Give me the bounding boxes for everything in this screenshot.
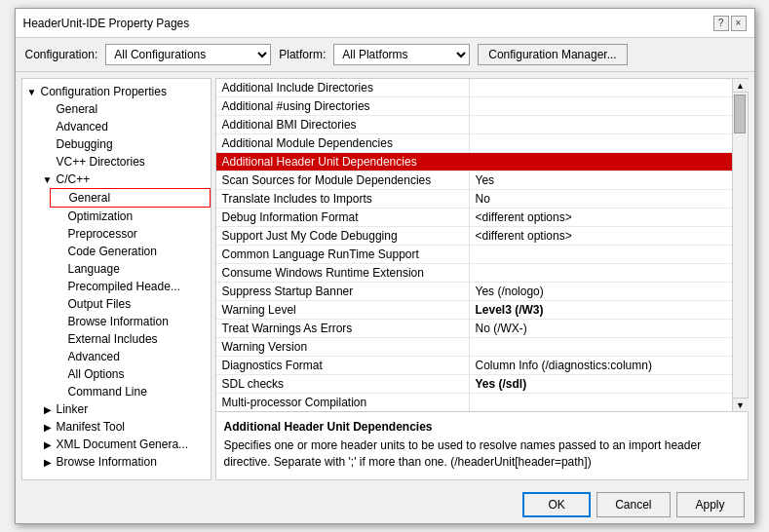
tree-label: Output Files xyxy=(68,297,132,311)
prop-row-include-dirs[interactable]: Additional Include Directories xyxy=(216,79,732,97)
tree-item-advanced-cpp[interactable]: Advanced xyxy=(22,348,211,365)
tree-label: Code Generation xyxy=(68,245,157,258)
tree-item-general-cpp[interactable]: General xyxy=(22,188,211,208)
prop-row-suppress-banner[interactable]: Suppress Startup Banner Yes (/nologo) xyxy=(216,283,732,301)
description-area: Additional Header Unit Dependencies Spec… xyxy=(215,412,749,480)
prop-row-warning-level[interactable]: Warning Level Level3 (/W3) xyxy=(216,301,732,320)
config-select[interactable]: All Configurations xyxy=(105,44,271,65)
footer: OK Cancel Apply xyxy=(16,486,754,523)
tree-item-manifest-tool[interactable]: ▶ Manifest Tool xyxy=(22,418,211,436)
title-bar-controls: ? × xyxy=(713,16,747,31)
tree-label: External Includes xyxy=(68,332,158,346)
tree-label: Browse Information xyxy=(57,455,157,469)
tree-item-output-files[interactable]: Output Files xyxy=(22,295,211,313)
help-button[interactable]: ? xyxy=(713,16,729,31)
tree-label: Linker xyxy=(57,402,89,416)
tree-label: C/C++ xyxy=(57,172,91,186)
tree-label: Advanced xyxy=(68,350,120,363)
tree-root: ▼ Configuration Properties General Advan… xyxy=(22,79,211,475)
platform-label: Platform: xyxy=(279,48,326,61)
title-bar: HeaderUnit-IDE Property Pages ? × xyxy=(16,9,754,38)
tree-label: General xyxy=(57,102,98,116)
tree-item-debugging[interactable]: Debugging xyxy=(22,135,211,153)
tree-item-cpp[interactable]: ▼ C/C++ xyxy=(22,171,211,188)
tree-item-preprocessor[interactable]: Preprocessor xyxy=(22,225,211,243)
ok-button[interactable]: OK xyxy=(522,492,591,517)
prop-row-warning-version[interactable]: Warning Version xyxy=(216,338,732,357)
description-title: Additional Header Unit Dependencies xyxy=(224,420,740,434)
close-button[interactable]: × xyxy=(731,16,747,31)
tree-label: XML Document Genera... xyxy=(57,437,189,451)
tree-item-language[interactable]: Language xyxy=(22,260,211,278)
prop-row-sdl-checks[interactable]: SDL checks Yes (/sdl) xyxy=(216,375,732,394)
description-text: Specifies one or more header units to be… xyxy=(224,437,740,471)
tree-label: General xyxy=(69,191,111,205)
tree-item-precompiled[interactable]: Precompiled Heade... xyxy=(22,278,211,295)
scroll-down-arrow[interactable]: ▼ xyxy=(733,398,749,411)
platform-select[interactable]: All Platforms xyxy=(333,44,470,65)
tree-label: Configuration Properties xyxy=(41,85,167,98)
tree-item-config-properties[interactable]: ▼ Configuration Properties xyxy=(22,83,211,100)
tree-item-linker[interactable]: ▶ Linker xyxy=(22,400,211,418)
tree-label: Precompiled Heade... xyxy=(68,280,180,293)
tree-label: Advanced xyxy=(57,120,108,133)
left-panel-tree: ▼ Configuration Properties General Advan… xyxy=(21,78,211,480)
tree-label: VC++ Directories xyxy=(57,155,145,169)
toolbar: Configuration: All Configurations Platfo… xyxy=(16,38,754,72)
prop-row-module-deps[interactable]: Additional Module Dependencies xyxy=(216,134,732,153)
dialog-title: HeaderUnit-IDE Property Pages xyxy=(23,17,190,30)
tree-label: Manifest Tool xyxy=(57,420,125,434)
apply-button[interactable]: Apply xyxy=(676,492,745,517)
prop-row-multiproc[interactable]: Multi-processor Compilation xyxy=(216,394,732,412)
tree-item-optimization[interactable]: Optimization xyxy=(22,208,211,225)
scroll-thumb[interactable] xyxy=(734,95,746,133)
config-manager-button[interactable]: Configuration Manager... xyxy=(478,44,627,65)
prop-row-just-my-code[interactable]: Support Just My Code Debugging <differen… xyxy=(216,227,732,246)
prop-row-diagnostics-format[interactable]: Diagnostics Format Column Info (/diagnos… xyxy=(216,357,732,375)
tree-label: All Options xyxy=(68,367,125,381)
scroll-up-arrow[interactable]: ▲ xyxy=(733,79,749,93)
prop-row-bmi-dirs[interactable]: Additional BMI Directories xyxy=(216,116,732,134)
prop-row-using-dirs[interactable]: Additional #using Directories xyxy=(216,97,732,116)
tree-item-browse-info-root[interactable]: ▶ Browse Information xyxy=(22,453,211,471)
prop-row-header-unit-deps[interactable]: Additional Header Unit Dependencies xyxy=(216,153,732,171)
prop-row-consume-winrt[interactable]: Consume Windows Runtime Extension xyxy=(216,264,732,283)
scroll-track[interactable] xyxy=(733,93,748,398)
prop-row-translate-includes[interactable]: Translate Includes to Imports No xyxy=(216,190,732,209)
property-pages-dialog: HeaderUnit-IDE Property Pages ? × Config… xyxy=(15,8,755,524)
tree-label: Preprocessor xyxy=(68,227,137,241)
cancel-button[interactable]: Cancel xyxy=(596,492,670,517)
tree-label: Debugging xyxy=(57,137,113,151)
right-panel: Additional Include Directories Additiona… xyxy=(215,78,749,480)
tree-item-advanced-top[interactable]: Advanced xyxy=(22,118,211,135)
content-area: ▼ Configuration Properties General Advan… xyxy=(16,72,754,486)
tree-item-vc-directories[interactable]: VC++ Directories xyxy=(22,153,211,171)
tree-item-external-includes[interactable]: External Includes xyxy=(22,330,211,348)
properties-area: Additional Include Directories Additiona… xyxy=(215,78,733,412)
config-label: Configuration: xyxy=(25,48,98,61)
tree-label: Command Line xyxy=(68,385,147,399)
tree-item-command-line[interactable]: Command Line xyxy=(22,383,211,400)
prop-row-clr-support[interactable]: Common Language RunTime Support xyxy=(216,246,732,264)
prop-row-scan-sources[interactable]: Scan Sources for Module Dependencies Yes xyxy=(216,171,732,190)
tree-item-general-top[interactable]: General xyxy=(22,100,211,118)
prop-row-warnings-errors[interactable]: Treat Warnings As Errors No (/WX-) xyxy=(216,320,732,338)
props-with-scroll: Additional Include Directories Additiona… xyxy=(215,78,749,412)
expand-icon: ▼ xyxy=(26,87,38,97)
tree-label: Optimization xyxy=(68,209,134,223)
tree-item-code-generation[interactable]: Code Generation xyxy=(22,243,211,260)
tree-item-xml-document[interactable]: ▶ XML Document Genera... xyxy=(22,436,211,453)
prop-row-debug-info[interactable]: Debug Information Format <different opti… xyxy=(216,209,732,227)
tree-item-all-options[interactable]: All Options xyxy=(22,365,211,383)
tree-item-browse-info-cpp[interactable]: Browse Information xyxy=(22,313,211,330)
tree-label: Language xyxy=(68,262,120,276)
props-scrollbar[interactable]: ▲ ▼ xyxy=(733,78,749,412)
tree-label: Browse Information xyxy=(68,315,169,328)
